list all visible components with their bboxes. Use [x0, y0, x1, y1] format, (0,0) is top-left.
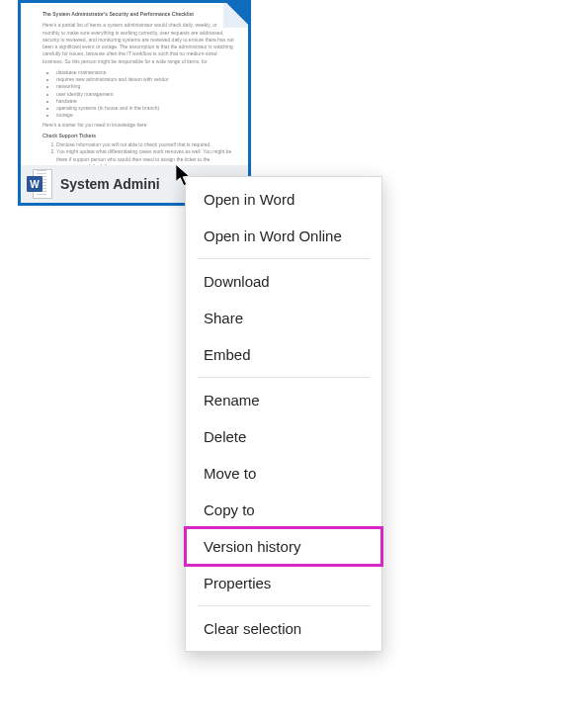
- menu-item-delete[interactable]: Delete: [186, 418, 381, 455]
- menu-separator: [198, 258, 370, 259]
- preview-bullets: database maintenance requires new admini…: [52, 69, 234, 120]
- menu-item-version-history[interactable]: Version history: [186, 528, 381, 565]
- menu-item-clear-selection[interactable]: Clear selection: [186, 610, 381, 647]
- document-card[interactable]: The System Administrator's Security and …: [18, 0, 251, 206]
- menu-item-share[interactable]: Share: [186, 300, 381, 336]
- menu-item-open-in-word[interactable]: Open in Word: [186, 181, 381, 218]
- word-document-icon: W: [27, 169, 52, 199]
- preview-numbered: Disclose information you will not able t…: [52, 141, 234, 165]
- menu-item-properties[interactable]: Properties: [186, 565, 381, 601]
- preview-heading: The System Administrator's Security and …: [42, 11, 234, 18]
- menu-separator: [198, 605, 370, 606]
- menu-separator: [198, 377, 370, 378]
- menu-item-copy-to[interactable]: Copy to: [186, 492, 381, 528]
- menu-item-rename[interactable]: Rename: [186, 382, 381, 418]
- document-thumbnail: The System Administrator's Security and …: [21, 3, 248, 165]
- menu-item-open-in-word-online[interactable]: Open in Word Online: [186, 218, 381, 254]
- document-title: System Admini: [60, 176, 160, 192]
- menu-item-move-to[interactable]: Move to: [186, 455, 381, 492]
- menu-item-download[interactable]: Download: [186, 263, 381, 300]
- context-menu: Open in WordOpen in Word OnlineDownloadS…: [185, 176, 382, 652]
- menu-item-embed[interactable]: Embed: [186, 336, 381, 373]
